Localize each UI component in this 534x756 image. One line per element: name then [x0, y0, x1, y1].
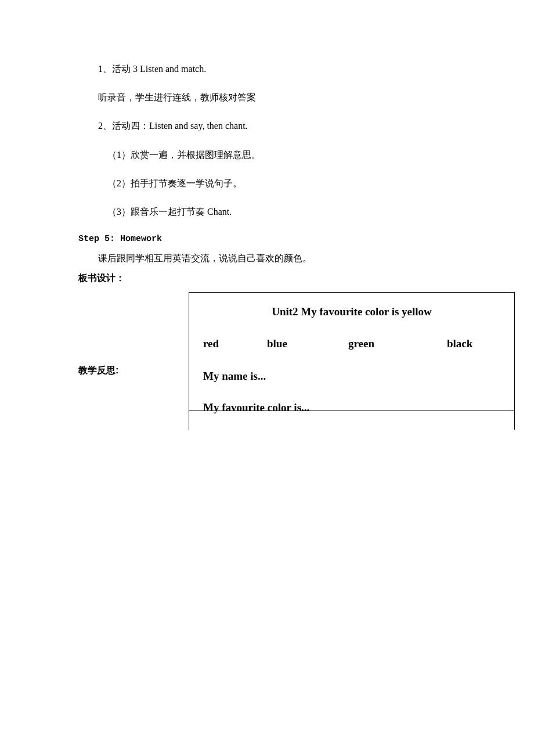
activity-4-line: 2、活动四：Listen and say, then chant.	[78, 118, 456, 134]
activity-4-step-2: （2）拍手打节奏逐一学说句子。	[78, 175, 456, 191]
board-title: Unit2 My favourite color is yellow	[203, 303, 500, 321]
color-red: red	[203, 335, 267, 352]
activity-3-line: 1、活动 3 Listen and match.	[78, 61, 456, 77]
color-green: green	[348, 335, 447, 352]
activity-4-step-3: （3）跟音乐一起打节奏 Chant.	[78, 204, 456, 219]
activity-4-step-1: （1）欣赏一遍，并根据图理解意思。	[78, 147, 456, 163]
board-sentence-1: My name is...	[203, 368, 500, 385]
color-black: black	[447, 335, 472, 352]
board-colors-row: red blue green black	[203, 335, 500, 352]
board-design-label: 板书设计：	[78, 271, 456, 286]
teaching-reflection-label: 教学反思:	[78, 363, 118, 378]
color-blue: blue	[267, 335, 348, 352]
step-5-heading: Step 5: Homework	[78, 232, 456, 246]
board-bottom-border	[189, 411, 515, 411]
board-sentence-2: My favourite color is...	[203, 399, 500, 416]
board-design-box: Unit2 My favourite color is yellow red b…	[189, 292, 515, 430]
activity-3-desc: 听录音，学生进行连线，教师核对答案	[78, 89, 456, 105]
homework-text: 课后跟同学相互用英语交流，说说自己喜欢的颜色。	[78, 251, 456, 266]
